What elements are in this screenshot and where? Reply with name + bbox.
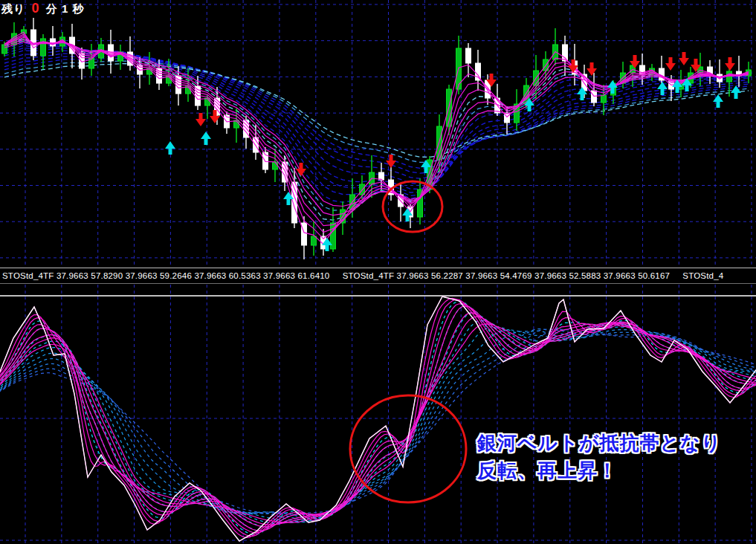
annotation-line-1: 銀河ベルトが抵抗帯となり [477, 430, 721, 457]
indicator-values-2: STOStd_4TF 37.9663 56.2287 37.9663 54.47… [343, 271, 670, 280]
bull-candle [234, 109, 239, 143]
countdown-seconds: 1 [62, 2, 68, 15]
grid-layer [25, 285, 752, 544]
sell-arrow[interactable] [196, 113, 206, 126]
bear-candle [476, 50, 481, 91]
galaxy-belt-annotation[interactable]: 銀河ベルトが抵抗帯となり 反転、再上昇！ [477, 430, 721, 485]
sell-arrow[interactable] [665, 57, 676, 71]
annotation-line-2: 反転、再上昇！ [477, 457, 721, 485]
buy-arrow[interactable] [201, 132, 211, 145]
countdown-minutes: 0 [30, 1, 42, 16]
countdown-prefix: 残り [1, 2, 25, 15]
buy-arrow[interactable] [165, 141, 175, 155]
indicator-values-1: STOStd_4TF 37.9663 57.8290 37.9663 59.26… [2, 271, 329, 280]
bear-candle [563, 36, 568, 76]
sell-arrow[interactable] [725, 57, 735, 71]
bear-candle [466, 43, 471, 77]
bear-candle [592, 73, 597, 106]
sell-arrow[interactable] [587, 62, 597, 76]
bear-candle [51, 26, 56, 56]
chart-window: STOStd_4TF 37.9663 57.8290 37.9663 59.26… [0, 0, 756, 544]
bear-candle [659, 56, 665, 83]
price-chart-panel[interactable] [0, 0, 756, 268]
bear-candle [263, 147, 268, 173]
indicator-values-bar[interactable]: STOStd_4TF 37.9663 57.8290 37.9663 59.26… [0, 268, 756, 284]
sell-arrow[interactable] [679, 52, 689, 65]
bull-candle [118, 45, 123, 70]
bear-candle [737, 56, 742, 87]
candle-countdown-label: 残り 0 分 1 秒 [1, 1, 84, 16]
bear-candle [31, 18, 36, 60]
bear-candle [128, 36, 133, 71]
stochastic-chart-panel[interactable] [0, 285, 756, 544]
countdown-sec-unit: 秒 [72, 2, 84, 15]
grid-layer [0, 0, 756, 268]
indicator-values-3: STOStd_4 [682, 271, 723, 280]
buy-arrow[interactable] [713, 94, 723, 108]
countdown-min-unit: 分 [46, 2, 58, 15]
bull-candle [41, 34, 46, 69]
highlight-circle-stoch[interactable] [350, 395, 466, 502]
bear-candle [717, 59, 723, 88]
